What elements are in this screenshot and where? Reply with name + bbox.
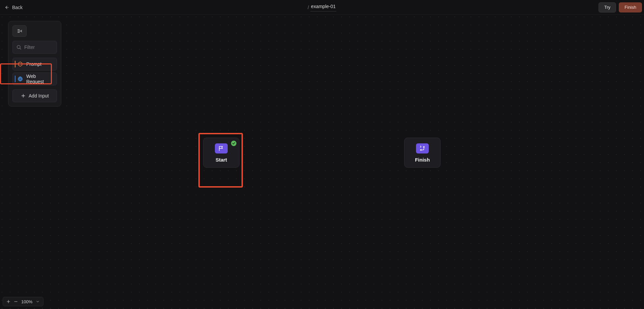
zoom-controls: 100% [3, 297, 43, 306]
accent-bar [15, 61, 15, 67]
add-input-button[interactable]: Add Input [12, 89, 57, 102]
hexagon-icon [18, 61, 23, 67]
plus-icon [21, 93, 26, 99]
check-icon [231, 141, 236, 146]
node-item-label: Web Request [26, 74, 53, 84]
svg-point-4 [17, 46, 20, 49]
collapse-icon [17, 28, 22, 34]
back-button[interactable]: Back [5, 5, 23, 10]
filter-input[interactable] [24, 45, 53, 50]
search-icon [16, 45, 22, 50]
top-bar: Back / example-01 Try Finish [0, 0, 644, 15]
node-item-label: Prompt [26, 61, 41, 67]
node-label: Finish [415, 157, 430, 163]
flag-icon [215, 143, 228, 153]
zoom-value: 100% [20, 299, 34, 304]
canvas-node-finish[interactable]: Finish [404, 138, 441, 168]
add-input-label: Add Input [29, 93, 49, 99]
zoom-out-button[interactable] [12, 298, 19, 305]
title-container: / example-01 [308, 3, 336, 11]
collapse-panel-button[interactable] [12, 25, 27, 37]
title-prefix: / [308, 5, 309, 10]
node-item-web-request[interactable]: Web Request [12, 73, 57, 85]
node-item-prompt[interactable]: Prompt [12, 58, 57, 71]
canvas-node-start[interactable]: Start [203, 138, 239, 168]
filter-input-container[interactable] [12, 41, 57, 54]
globe-icon [18, 76, 23, 82]
canvas[interactable]: Prompt Web Request Add Input Sta [0, 15, 644, 309]
title-input[interactable]: example-01 [310, 3, 336, 11]
back-label: Back [12, 5, 23, 10]
node-palette-panel: Prompt Web Request Add Input [8, 21, 61, 107]
topbar-actions: Try Finish [599, 2, 642, 12]
node-label: Start [216, 157, 227, 163]
accent-bar [15, 76, 15, 82]
arrow-left-icon [5, 5, 9, 10]
finish-button[interactable]: Finish [619, 2, 642, 12]
zoom-dropdown-button[interactable] [34, 298, 41, 305]
svg-line-5 [20, 48, 21, 49]
node-list: Prompt Web Request [12, 58, 57, 85]
route-icon [416, 143, 429, 153]
zoom-in-button[interactable] [5, 298, 12, 305]
try-button[interactable]: Try [599, 2, 616, 12]
